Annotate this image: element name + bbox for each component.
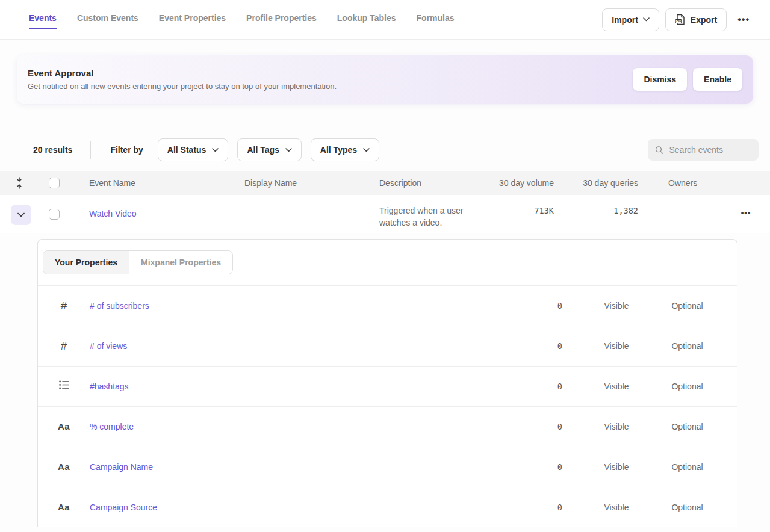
property-visibility: Visible xyxy=(580,422,653,431)
top-nav: Events Custom Events Event Properties Pr… xyxy=(0,0,770,40)
property-name-link[interactable]: # of subscribers xyxy=(90,301,532,311)
col-owners[interactable]: Owners xyxy=(638,178,722,188)
property-name-link[interactable]: #hashtags xyxy=(90,382,532,391)
chevron-down-icon xyxy=(212,148,219,152)
nav-tab-formulas[interactable]: Formulas xyxy=(417,10,455,29)
col-description[interactable]: Description xyxy=(379,178,494,188)
col-event-name[interactable]: Event Name xyxy=(89,178,244,188)
property-visibility: Visible xyxy=(580,341,653,351)
property-row: # # of views 0 Visible Optional xyxy=(38,326,737,366)
property-visibility: Visible xyxy=(580,462,653,472)
search-icon xyxy=(655,145,664,155)
search-events-box[interactable] xyxy=(648,139,759,161)
events-table-header: Event Name Display Name Description 30 d… xyxy=(0,171,770,195)
property-status: Optional xyxy=(653,382,722,391)
results-count: 20 results xyxy=(33,145,72,155)
types-filter-dropdown[interactable]: All Types xyxy=(311,138,379,161)
chevron-down-icon xyxy=(643,17,650,22)
property-queries: 0 xyxy=(532,462,580,472)
dismiss-button[interactable]: Dismiss xyxy=(633,68,687,91)
select-all-checkbox[interactable] xyxy=(49,178,60,188)
property-queries: 0 xyxy=(532,301,580,311)
number-icon: # xyxy=(61,339,67,352)
property-visibility: Visible xyxy=(580,301,653,311)
text-icon: Aa xyxy=(58,421,70,431)
import-button[interactable]: Import xyxy=(602,8,659,31)
property-name-link[interactable]: % complete xyxy=(90,422,532,431)
nav-actions: Import csv Export ••• xyxy=(602,8,754,31)
export-button[interactable]: csv Export xyxy=(665,8,727,31)
property-row: Aa Campaign Source 0 Visible Optional xyxy=(38,487,737,527)
tab-your-properties[interactable]: Your Properties xyxy=(43,251,129,274)
filter-bar: 20 results Filter by All Status All Tags… xyxy=(33,138,759,161)
property-visibility: Visible xyxy=(580,503,653,512)
text-icon: Aa xyxy=(58,502,70,512)
row-checkbox[interactable] xyxy=(49,209,60,220)
row-more-menu-icon[interactable]: ••• xyxy=(736,205,756,221)
property-status: Optional xyxy=(653,503,722,512)
property-queries: 0 xyxy=(532,422,580,431)
property-row: # # of subscribers 0 Visible Optional xyxy=(38,285,737,326)
properties-tab-group: Your Properties Mixpanel Properties xyxy=(43,250,233,274)
tags-filter-label: All Tags xyxy=(247,145,279,155)
property-row: #hashtags 0 Visible Optional xyxy=(38,366,737,406)
banner-title: Event Approval xyxy=(28,68,633,78)
chevron-down-icon xyxy=(285,148,292,152)
property-queries: 0 xyxy=(532,341,580,351)
types-filter-label: All Types xyxy=(320,145,357,155)
property-queries: 0 xyxy=(532,382,580,391)
nav-tab-event-properties[interactable]: Event Properties xyxy=(159,10,226,29)
event-row-watch-video: Watch Video Triggered when a user watche… xyxy=(0,195,770,233)
enable-button[interactable]: Enable xyxy=(693,68,742,91)
search-events-input[interactable] xyxy=(669,145,752,155)
nav-tab-custom-events[interactable]: Custom Events xyxy=(77,10,138,29)
col-volume[interactable]: 30 day volume xyxy=(494,178,554,188)
svg-text:csv: csv xyxy=(676,19,682,23)
filter-by-label: Filter by xyxy=(110,145,143,155)
nav-tab-list: Events Custom Events Event Properties Pr… xyxy=(29,10,602,29)
tags-filter-dropdown[interactable]: All Tags xyxy=(237,138,301,161)
divider xyxy=(90,141,91,159)
chevron-down-icon xyxy=(363,148,370,152)
event-name-link[interactable]: Watch Video xyxy=(89,203,244,218)
number-icon: # xyxy=(61,299,67,312)
csv-file-icon: csv xyxy=(675,14,686,25)
property-status: Optional xyxy=(653,301,722,311)
event-approval-banner: Event Approval Get notified on all new e… xyxy=(17,55,753,104)
properties-tabbar: Your Properties Mixpanel Properties xyxy=(38,240,737,285)
property-name-link[interactable]: Campaign Name xyxy=(90,462,532,472)
property-queries: 0 xyxy=(532,503,580,512)
status-filter-dropdown[interactable]: All Status xyxy=(158,138,229,161)
event-volume: 713K xyxy=(494,203,554,215)
property-row: Aa Campaign Name 0 Visible Optional xyxy=(38,447,737,487)
property-status: Optional xyxy=(653,462,722,472)
property-row: Aa % complete 0 Visible Optional xyxy=(38,406,737,447)
import-button-label: Import xyxy=(612,15,638,25)
col-queries[interactable]: 30 day queries xyxy=(554,178,638,188)
property-name-link[interactable]: Campaign Source xyxy=(90,503,532,512)
property-visibility: Visible xyxy=(580,382,653,391)
property-status: Optional xyxy=(653,422,722,431)
tab-mixpanel-properties[interactable]: Mixpanel Properties xyxy=(129,251,232,274)
list-icon xyxy=(59,380,69,389)
event-properties-panel: Your Properties Mixpanel Properties # # … xyxy=(37,239,737,527)
property-name-link[interactable]: # of views xyxy=(90,341,532,351)
text-icon: Aa xyxy=(58,462,70,472)
export-button-label: Export xyxy=(691,15,717,25)
collapse-row-button[interactable] xyxy=(11,205,31,225)
nav-tab-profile-properties[interactable]: Profile Properties xyxy=(246,10,317,29)
event-description: Triggered when a user watches a video. xyxy=(379,203,494,229)
property-status: Optional xyxy=(653,341,722,351)
nav-tab-lookup-tables[interactable]: Lookup Tables xyxy=(337,10,396,29)
chevron-down-icon xyxy=(17,212,25,217)
banner-description: Get notified on all new events entering … xyxy=(28,82,633,91)
nav-tab-events[interactable]: Events xyxy=(29,10,57,29)
collapse-all-icon[interactable] xyxy=(15,177,23,189)
event-queries: 1,382 xyxy=(554,203,638,215)
more-menu-icon[interactable]: ••• xyxy=(733,11,754,29)
status-filter-label: All Status xyxy=(167,145,206,155)
col-display-name[interactable]: Display Name xyxy=(244,178,379,188)
